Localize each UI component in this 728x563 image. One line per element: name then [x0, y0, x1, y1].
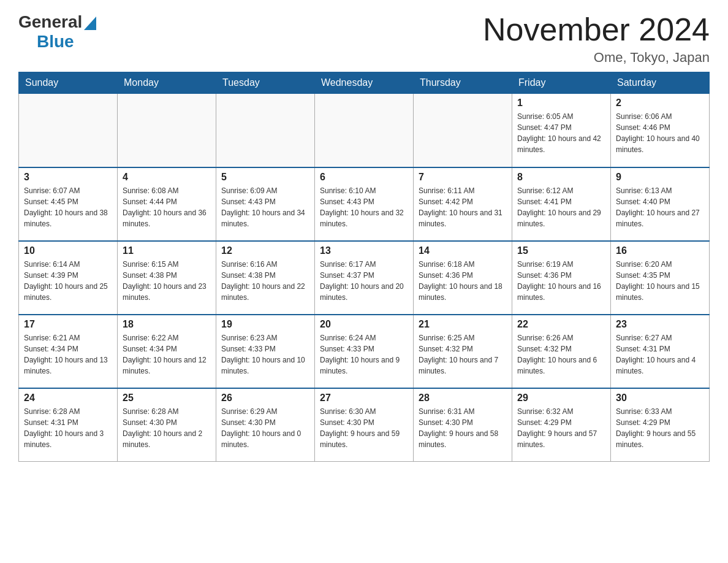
calendar-week-row: 17Sunrise: 6:21 AM Sunset: 4:34 PM Dayli…: [19, 315, 710, 388]
calendar-cell: 4Sunrise: 6:08 AM Sunset: 4:44 PM Daylig…: [118, 167, 216, 241]
day-info: Sunrise: 6:26 AM Sunset: 4:32 PM Dayligh…: [517, 332, 605, 377]
day-number: 6: [320, 172, 408, 183]
column-header-monday: Monday: [118, 72, 216, 94]
day-info: Sunrise: 6:19 AM Sunset: 4:36 PM Dayligh…: [517, 259, 605, 303]
day-number: 26: [221, 393, 309, 404]
calendar-week-row: 10Sunrise: 6:14 AM Sunset: 4:39 PM Dayli…: [19, 241, 710, 315]
day-info: Sunrise: 6:13 AM Sunset: 4:40 PM Dayligh…: [616, 185, 704, 229]
calendar-cell: 17Sunrise: 6:21 AM Sunset: 4:34 PM Dayli…: [19, 315, 118, 388]
day-info: Sunrise: 6:33 AM Sunset: 4:29 PM Dayligh…: [616, 406, 704, 450]
calendar-cell: 27Sunrise: 6:30 AM Sunset: 4:30 PM Dayli…: [315, 388, 414, 462]
calendar-cell: 26Sunrise: 6:29 AM Sunset: 4:30 PM Dayli…: [216, 388, 315, 462]
column-header-sunday: Sunday: [19, 72, 118, 94]
calendar-cell: 2Sunrise: 6:06 AM Sunset: 4:46 PM Daylig…: [611, 94, 710, 167]
calendar-table: SundayMondayTuesdayWednesdayThursdayFrid…: [18, 72, 710, 462]
day-number: 5: [221, 172, 309, 183]
calendar-cell: 19Sunrise: 6:23 AM Sunset: 4:33 PM Dayli…: [216, 315, 315, 388]
calendar-cell: 28Sunrise: 6:31 AM Sunset: 4:30 PM Dayli…: [414, 388, 512, 462]
calendar-cell: [19, 94, 118, 167]
calendar-cell: 1Sunrise: 6:05 AM Sunset: 4:47 PM Daylig…: [512, 94, 611, 167]
day-info: Sunrise: 6:31 AM Sunset: 4:30 PM Dayligh…: [419, 406, 507, 450]
day-info: Sunrise: 6:20 AM Sunset: 4:35 PM Dayligh…: [616, 259, 704, 303]
day-info: Sunrise: 6:27 AM Sunset: 4:31 PM Dayligh…: [616, 332, 704, 377]
calendar-cell: 22Sunrise: 6:26 AM Sunset: 4:32 PM Dayli…: [512, 315, 611, 388]
calendar-cell: 23Sunrise: 6:27 AM Sunset: 4:31 PM Dayli…: [611, 315, 710, 388]
day-info: Sunrise: 6:21 AM Sunset: 4:34 PM Dayligh…: [24, 332, 112, 377]
day-number: 11: [123, 245, 211, 256]
day-number: 2: [616, 98, 704, 109]
day-info: Sunrise: 6:25 AM Sunset: 4:32 PM Dayligh…: [419, 332, 507, 377]
logo-bottom: Blue: [18, 32, 96, 52]
day-number: 17: [24, 319, 112, 330]
day-info: Sunrise: 6:23 AM Sunset: 4:33 PM Dayligh…: [221, 332, 309, 377]
day-info: Sunrise: 6:32 AM Sunset: 4:29 PM Dayligh…: [517, 406, 605, 450]
title-section: November 2024 Ome, Tokyo, Japan: [483, 12, 710, 66]
day-number: 10: [24, 245, 112, 256]
day-number: 16: [616, 245, 704, 256]
day-info: Sunrise: 6:28 AM Sunset: 4:30 PM Dayligh…: [123, 406, 211, 450]
calendar-cell: [118, 94, 216, 167]
day-number: 29: [517, 393, 605, 404]
calendar-cell: 15Sunrise: 6:19 AM Sunset: 4:36 PM Dayli…: [512, 241, 611, 315]
calendar-cell: 13Sunrise: 6:17 AM Sunset: 4:37 PM Dayli…: [315, 241, 414, 315]
calendar-cell: 21Sunrise: 6:25 AM Sunset: 4:32 PM Dayli…: [414, 315, 512, 388]
day-number: 23: [616, 319, 704, 330]
calendar-cell: 12Sunrise: 6:16 AM Sunset: 4:38 PM Dayli…: [216, 241, 315, 315]
day-number: 13: [320, 245, 408, 256]
day-info: Sunrise: 6:18 AM Sunset: 4:36 PM Dayligh…: [419, 259, 507, 303]
day-info: Sunrise: 6:05 AM Sunset: 4:47 PM Dayligh…: [517, 111, 605, 155]
logo-top: General: [18, 12, 96, 32]
day-number: 15: [517, 245, 605, 256]
calendar-cell: 8Sunrise: 6:12 AM Sunset: 4:41 PM Daylig…: [512, 167, 611, 241]
logo-group: General Blue: [18, 12, 96, 52]
day-number: 3: [24, 172, 112, 183]
day-number: 4: [123, 172, 211, 183]
day-number: 9: [616, 172, 704, 183]
column-header-saturday: Saturday: [611, 72, 710, 94]
calendar-cell: 20Sunrise: 6:24 AM Sunset: 4:33 PM Dayli…: [315, 315, 414, 388]
day-number: 30: [616, 393, 704, 404]
column-header-tuesday: Tuesday: [216, 72, 315, 94]
day-number: 7: [419, 172, 507, 183]
calendar-header-row: SundayMondayTuesdayWednesdayThursdayFrid…: [19, 72, 710, 94]
day-number: 27: [320, 393, 408, 404]
day-info: Sunrise: 6:10 AM Sunset: 4:43 PM Dayligh…: [320, 185, 408, 229]
day-number: 22: [517, 319, 605, 330]
calendar-cell: 30Sunrise: 6:33 AM Sunset: 4:29 PM Dayli…: [611, 388, 710, 462]
svg-marker-0: [84, 17, 96, 30]
logo-general-text: General: [18, 12, 82, 32]
day-number: 1: [517, 98, 605, 109]
logo-triangle-icon: [84, 17, 96, 30]
calendar-cell: 11Sunrise: 6:15 AM Sunset: 4:38 PM Dayli…: [118, 241, 216, 315]
day-number: 28: [419, 393, 507, 404]
calendar-cell: 5Sunrise: 6:09 AM Sunset: 4:43 PM Daylig…: [216, 167, 315, 241]
day-info: Sunrise: 6:09 AM Sunset: 4:43 PM Dayligh…: [221, 185, 309, 229]
calendar-cell: 25Sunrise: 6:28 AM Sunset: 4:30 PM Dayli…: [118, 388, 216, 462]
column-header-wednesday: Wednesday: [315, 72, 414, 94]
day-info: Sunrise: 6:22 AM Sunset: 4:34 PM Dayligh…: [123, 332, 211, 377]
column-header-friday: Friday: [512, 72, 611, 94]
calendar-cell: 6Sunrise: 6:10 AM Sunset: 4:43 PM Daylig…: [315, 167, 414, 241]
day-number: 12: [221, 245, 309, 256]
day-number: 21: [419, 319, 507, 330]
day-info: Sunrise: 6:16 AM Sunset: 4:38 PM Dayligh…: [221, 259, 309, 303]
day-number: 14: [419, 245, 507, 256]
day-info: Sunrise: 6:14 AM Sunset: 4:39 PM Dayligh…: [24, 259, 112, 303]
day-number: 19: [221, 319, 309, 330]
day-number: 8: [517, 172, 605, 183]
calendar-cell: 24Sunrise: 6:28 AM Sunset: 4:31 PM Dayli…: [19, 388, 118, 462]
calendar-cell: 7Sunrise: 6:11 AM Sunset: 4:42 PM Daylig…: [414, 167, 512, 241]
day-info: Sunrise: 6:28 AM Sunset: 4:31 PM Dayligh…: [24, 406, 112, 450]
day-info: Sunrise: 6:11 AM Sunset: 4:42 PM Dayligh…: [419, 185, 507, 229]
day-info: Sunrise: 6:12 AM Sunset: 4:41 PM Dayligh…: [517, 185, 605, 229]
logo: General Blue: [18, 12, 96, 52]
calendar-week-row: 24Sunrise: 6:28 AM Sunset: 4:31 PM Dayli…: [19, 388, 710, 462]
day-info: Sunrise: 6:29 AM Sunset: 4:30 PM Dayligh…: [221, 406, 309, 450]
day-number: 20: [320, 319, 408, 330]
column-header-thursday: Thursday: [414, 72, 512, 94]
calendar-week-row: 3Sunrise: 6:07 AM Sunset: 4:45 PM Daylig…: [19, 167, 710, 241]
calendar-cell: 9Sunrise: 6:13 AM Sunset: 4:40 PM Daylig…: [611, 167, 710, 241]
location: Ome, Tokyo, Japan: [483, 50, 710, 66]
logo-blue-text: Blue: [37, 32, 74, 51]
calendar-week-row: 1Sunrise: 6:05 AM Sunset: 4:47 PM Daylig…: [19, 94, 710, 167]
